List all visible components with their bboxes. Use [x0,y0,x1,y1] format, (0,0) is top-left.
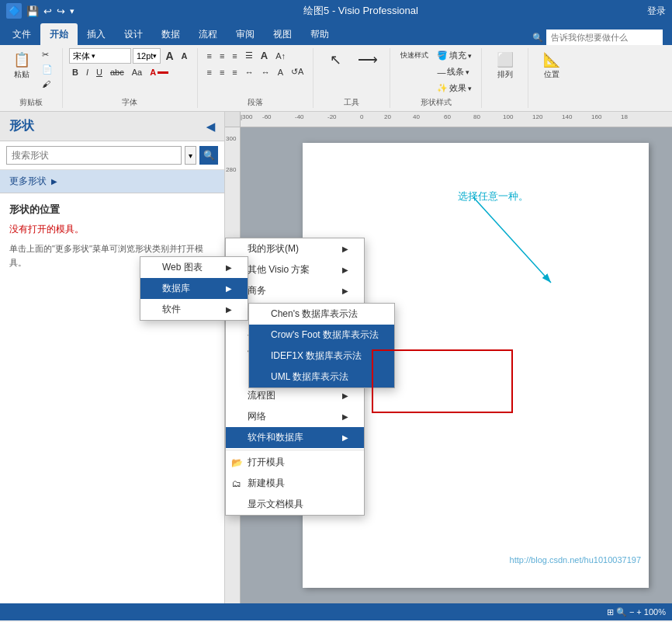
cut-button[interactable]: ✂ [39,48,56,61]
align-center-button[interactable]: ≡ [216,50,227,62]
ruler-mark: 18 [621,113,628,120]
save-icon[interactable]: 💾 [26,5,39,17]
menu-show-doc-stencil-label: 显示文档模具 [248,498,303,511]
submenu-uml[interactable]: UML 数据库表示法 [249,367,394,387]
tools-label: 工具 [344,96,359,108]
connector-tool-button[interactable]: ⟶ [352,48,383,71]
tab-help[interactable]: 帮助 [301,23,338,45]
search-dropdown-arrow[interactable]: ▾ [185,146,196,165]
line-arrow: ▾ [466,68,469,76]
indent-button[interactable]: ↔ [242,66,257,78]
outdent-button[interactable]: ↔ [258,66,273,78]
ruler-mark: 60 [444,113,451,120]
font-size-combo[interactable]: 12pt ▾ [133,48,161,64]
undo-icon[interactable]: ↩ [43,5,52,17]
align-left-button[interactable]: ≡ [204,50,215,62]
font-size-arrow: ▾ [153,52,157,60]
pointer-tool-button[interactable]: ↖ [320,48,351,71]
fill-button[interactable]: 🪣 填充 ▾ [434,48,475,63]
title-bar-left: 🔷 💾 ↩ ↪ ▾ [6,3,74,19]
menu-show-doc-stencil[interactable]: 显示文档模具 [226,494,364,515]
ribbon-search-input[interactable] [546,30,663,45]
subscript-button[interactable]: Aa [129,66,145,78]
menu-new-stencil[interactable]: 🗂 新建模具 [226,473,364,494]
open-stencil-icon: 📂 [230,457,243,469]
submenu-web-chart[interactable]: Web 图表 ▶ [140,257,248,278]
italic-button[interactable]: I [83,66,92,78]
submenu-database[interactable]: 数据库 ▶ [140,278,248,299]
login-button[interactable]: 登录 [647,5,666,18]
menu-open-stencil[interactable]: 📂 打开模具 [226,452,364,473]
quick-style-button[interactable]: 快速样式 [397,48,432,63]
paste-button[interactable]: 📋 粘贴 [6,48,37,82]
submenu-software[interactable]: 软件 ▶ [140,299,248,320]
text-size-button[interactable]: A [258,48,271,63]
shapes-collapse-btn[interactable]: ◀ [206,120,215,133]
tab-review[interactable]: 审阅 [227,23,264,45]
ruler-mark: 20 [384,113,391,120]
list-button[interactable]: ☰ [242,49,256,62]
ruler-mark: |300 [241,113,252,120]
submenu-idef1x-label: IDEF1X 数据库表示法 [271,349,362,363]
align-bottom-button[interactable]: ≡ [229,66,240,78]
menu-business-label: 商务 [248,284,266,297]
ruler-mark: -40 [295,113,304,120]
shapes-location-title: 形状的位置 [9,203,215,217]
more-shapes-label: 更多形状 [9,175,47,188]
submenu-software-db: Web 图表 ▶ 数据库 ▶ 软件 ▶ [140,256,248,321]
paste-icon: 📋 [12,50,31,69]
align-top-button[interactable]: ≡ [204,66,215,78]
font-color-button[interactable]: A [147,66,171,78]
submenu-chens[interactable]: Chen's 数据库表示法 [249,304,394,325]
tab-insert[interactable]: 插入 [78,23,115,45]
arrange-label: 排列 [497,69,513,80]
ruler-mark: 0 [360,113,363,120]
shapes-search-input[interactable] [6,146,182,165]
arrange-button[interactable]: ⬜ 排列 [490,48,521,82]
bold-button[interactable]: B [69,66,81,78]
line-button[interactable]: — 线条 ▾ [434,64,475,79]
menu-other-visio-arrow: ▶ [342,266,348,274]
effect-label: 效果 [449,82,466,94]
font-shrink-button[interactable]: A [178,50,191,62]
ruler-v-mark: 280 [226,166,236,173]
more-shapes-button[interactable]: 更多形状 ▶ [0,170,224,193]
tab-view[interactable]: 视图 [264,23,301,45]
tab-file[interactable]: 文件 [3,23,40,45]
redo-icon[interactable]: ↪ [57,5,65,17]
font-section-label: 字体 [122,96,137,108]
menu-network[interactable]: 网络 ▶ [226,406,364,427]
menu-other-visio-label: 其他 Visio 方案 [248,263,310,276]
align-middle-button[interactable]: ≡ [216,66,227,78]
ruler-mark: 100 [503,113,513,120]
submenu-crows-foot[interactable]: Crow's Foot 数据库表示法 [249,325,394,346]
copy-button[interactable]: 📄 [39,63,56,76]
effect-button[interactable]: ✨ 效果 ▾ [434,81,475,96]
submenu-web-chart-arrow: ▶ [226,263,232,272]
menu-software-db[interactable]: 软件和数据库 ▶ [226,427,364,448]
tab-data[interactable]: 数据 [152,23,189,45]
underline-button[interactable]: U [93,66,106,78]
font-name-combo[interactable]: 宋体 ▾ [69,48,131,64]
submenu-database-items: Chen's 数据库表示法 Crow's Foot 数据库表示法 IDEF1X … [248,303,395,388]
tab-process[interactable]: 流程 [189,23,227,45]
tab-design[interactable]: 设计 [115,23,152,45]
tab-home[interactable]: 开始 [40,23,78,45]
format-painter-button[interactable]: 🖌 [39,78,56,90]
text-rotate-button[interactable]: ↺A [288,65,307,78]
submenu-idef1x[interactable]: IDEF1X 数据库表示法 [249,346,394,367]
position-button[interactable]: 📐 位置 [536,48,567,82]
text-dir-button[interactable]: A [275,66,286,78]
paragraph-label: 段落 [248,96,263,108]
superscript-button[interactable]: A↑ [272,50,289,62]
menu-flowchart[interactable]: 流程图 ▶ [226,385,364,406]
font-grow-button[interactable]: A [162,48,176,64]
position-tools: 📐 位置 [536,48,567,106]
strikethrough-button[interactable]: abc [107,66,127,78]
status-text: ⊞ 🔍 − + 100% [607,607,666,617]
search-submit-button[interactable]: 🔍 [199,146,218,165]
align-right-button[interactable]: ≡ [229,50,240,62]
watermark-text: http://blog.csdn.net/hu1010037197 [510,555,641,565]
connector-icon: ⟶ [359,50,377,69]
paragraph-controls: ≡ ≡ ≡ ☰ A A↑ ≡ ≡ ≡ ↔ ↔ A ↺A [204,48,307,78]
